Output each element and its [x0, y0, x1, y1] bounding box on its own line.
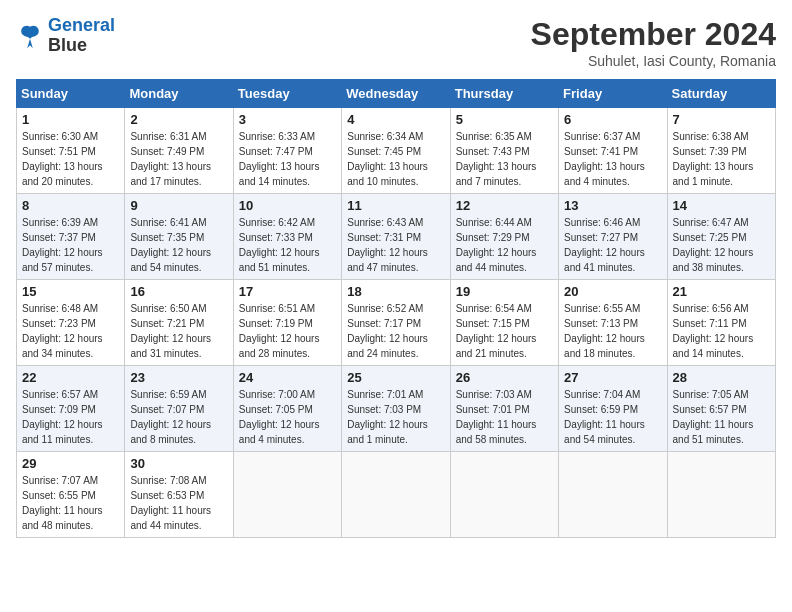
day-number: 13	[564, 198, 661, 213]
day-number: 7	[673, 112, 770, 127]
calendar-cell: 26Sunrise: 7:03 AMSunset: 7:01 PMDayligh…	[450, 366, 558, 452]
day-number: 4	[347, 112, 444, 127]
day-number: 21	[673, 284, 770, 299]
day-number: 27	[564, 370, 661, 385]
cell-content: Sunrise: 6:46 AMSunset: 7:27 PMDaylight:…	[564, 215, 661, 275]
cell-content: Sunrise: 6:38 AMSunset: 7:39 PMDaylight:…	[673, 129, 770, 189]
cell-content: Sunrise: 6:47 AMSunset: 7:25 PMDaylight:…	[673, 215, 770, 275]
calendar-cell	[450, 452, 558, 538]
cell-content: Sunrise: 6:41 AMSunset: 7:35 PMDaylight:…	[130, 215, 227, 275]
cell-content: Sunrise: 7:00 AMSunset: 7:05 PMDaylight:…	[239, 387, 336, 447]
cell-content: Sunrise: 6:43 AMSunset: 7:31 PMDaylight:…	[347, 215, 444, 275]
cell-content: Sunrise: 6:54 AMSunset: 7:15 PMDaylight:…	[456, 301, 553, 361]
cell-content: Sunrise: 6:39 AMSunset: 7:37 PMDaylight:…	[22, 215, 119, 275]
day-number: 29	[22, 456, 119, 471]
calendar-cell: 20Sunrise: 6:55 AMSunset: 7:13 PMDayligh…	[559, 280, 667, 366]
page-header: GeneralBlue September 2024 Suhulet, Iasi…	[16, 16, 776, 69]
day-number: 19	[456, 284, 553, 299]
day-number: 23	[130, 370, 227, 385]
col-header-tuesday: Tuesday	[233, 80, 341, 108]
day-number: 6	[564, 112, 661, 127]
calendar-cell: 1Sunrise: 6:30 AMSunset: 7:51 PMDaylight…	[17, 108, 125, 194]
day-number: 2	[130, 112, 227, 127]
week-row-4: 22Sunrise: 6:57 AMSunset: 7:09 PMDayligh…	[17, 366, 776, 452]
cell-content: Sunrise: 6:33 AMSunset: 7:47 PMDaylight:…	[239, 129, 336, 189]
cell-content: Sunrise: 6:57 AMSunset: 7:09 PMDaylight:…	[22, 387, 119, 447]
cell-content: Sunrise: 7:08 AMSunset: 6:53 PMDaylight:…	[130, 473, 227, 533]
calendar-cell: 17Sunrise: 6:51 AMSunset: 7:19 PMDayligh…	[233, 280, 341, 366]
col-header-thursday: Thursday	[450, 80, 558, 108]
calendar-cell: 3Sunrise: 6:33 AMSunset: 7:47 PMDaylight…	[233, 108, 341, 194]
logo: GeneralBlue	[16, 16, 115, 56]
cell-content: Sunrise: 6:42 AMSunset: 7:33 PMDaylight:…	[239, 215, 336, 275]
calendar-cell: 6Sunrise: 6:37 AMSunset: 7:41 PMDaylight…	[559, 108, 667, 194]
day-number: 20	[564, 284, 661, 299]
calendar-cell: 23Sunrise: 6:59 AMSunset: 7:07 PMDayligh…	[125, 366, 233, 452]
cell-content: Sunrise: 6:30 AMSunset: 7:51 PMDaylight:…	[22, 129, 119, 189]
calendar-cell: 9Sunrise: 6:41 AMSunset: 7:35 PMDaylight…	[125, 194, 233, 280]
calendar-cell: 24Sunrise: 7:00 AMSunset: 7:05 PMDayligh…	[233, 366, 341, 452]
day-number: 24	[239, 370, 336, 385]
cell-content: Sunrise: 6:37 AMSunset: 7:41 PMDaylight:…	[564, 129, 661, 189]
day-number: 15	[22, 284, 119, 299]
logo-icon	[16, 22, 44, 50]
col-header-wednesday: Wednesday	[342, 80, 450, 108]
header-row: SundayMondayTuesdayWednesdayThursdayFrid…	[17, 80, 776, 108]
calendar-cell	[559, 452, 667, 538]
cell-content: Sunrise: 7:01 AMSunset: 7:03 PMDaylight:…	[347, 387, 444, 447]
day-number: 3	[239, 112, 336, 127]
day-number: 10	[239, 198, 336, 213]
day-number: 8	[22, 198, 119, 213]
cell-content: Sunrise: 7:04 AMSunset: 6:59 PMDaylight:…	[564, 387, 661, 447]
day-number: 16	[130, 284, 227, 299]
calendar-cell	[667, 452, 775, 538]
calendar-cell: 25Sunrise: 7:01 AMSunset: 7:03 PMDayligh…	[342, 366, 450, 452]
calendar-cell: 19Sunrise: 6:54 AMSunset: 7:15 PMDayligh…	[450, 280, 558, 366]
logo-text: GeneralBlue	[48, 16, 115, 56]
day-number: 26	[456, 370, 553, 385]
calendar-cell: 30Sunrise: 7:08 AMSunset: 6:53 PMDayligh…	[125, 452, 233, 538]
week-row-2: 8Sunrise: 6:39 AMSunset: 7:37 PMDaylight…	[17, 194, 776, 280]
day-number: 5	[456, 112, 553, 127]
calendar-cell: 4Sunrise: 6:34 AMSunset: 7:45 PMDaylight…	[342, 108, 450, 194]
calendar-cell: 15Sunrise: 6:48 AMSunset: 7:23 PMDayligh…	[17, 280, 125, 366]
month-title: September 2024	[531, 16, 776, 53]
week-row-3: 15Sunrise: 6:48 AMSunset: 7:23 PMDayligh…	[17, 280, 776, 366]
calendar-cell: 16Sunrise: 6:50 AMSunset: 7:21 PMDayligh…	[125, 280, 233, 366]
cell-content: Sunrise: 6:50 AMSunset: 7:21 PMDaylight:…	[130, 301, 227, 361]
calendar-cell: 7Sunrise: 6:38 AMSunset: 7:39 PMDaylight…	[667, 108, 775, 194]
calendar-cell: 28Sunrise: 7:05 AMSunset: 6:57 PMDayligh…	[667, 366, 775, 452]
calendar-cell: 27Sunrise: 7:04 AMSunset: 6:59 PMDayligh…	[559, 366, 667, 452]
day-number: 12	[456, 198, 553, 213]
calendar-cell: 12Sunrise: 6:44 AMSunset: 7:29 PMDayligh…	[450, 194, 558, 280]
week-row-1: 1Sunrise: 6:30 AMSunset: 7:51 PMDaylight…	[17, 108, 776, 194]
calendar-cell: 2Sunrise: 6:31 AMSunset: 7:49 PMDaylight…	[125, 108, 233, 194]
day-number: 17	[239, 284, 336, 299]
calendar-cell	[342, 452, 450, 538]
calendar-cell: 14Sunrise: 6:47 AMSunset: 7:25 PMDayligh…	[667, 194, 775, 280]
cell-content: Sunrise: 6:55 AMSunset: 7:13 PMDaylight:…	[564, 301, 661, 361]
day-number: 22	[22, 370, 119, 385]
cell-content: Sunrise: 6:56 AMSunset: 7:11 PMDaylight:…	[673, 301, 770, 361]
calendar-cell: 5Sunrise: 6:35 AMSunset: 7:43 PMDaylight…	[450, 108, 558, 194]
cell-content: Sunrise: 6:48 AMSunset: 7:23 PMDaylight:…	[22, 301, 119, 361]
col-header-friday: Friday	[559, 80, 667, 108]
day-number: 28	[673, 370, 770, 385]
col-header-sunday: Sunday	[17, 80, 125, 108]
cell-content: Sunrise: 6:31 AMSunset: 7:49 PMDaylight:…	[130, 129, 227, 189]
day-number: 11	[347, 198, 444, 213]
calendar-table: SundayMondayTuesdayWednesdayThursdayFrid…	[16, 79, 776, 538]
calendar-cell: 22Sunrise: 6:57 AMSunset: 7:09 PMDayligh…	[17, 366, 125, 452]
col-header-saturday: Saturday	[667, 80, 775, 108]
calendar-cell	[233, 452, 341, 538]
day-number: 14	[673, 198, 770, 213]
col-header-monday: Monday	[125, 80, 233, 108]
calendar-cell: 18Sunrise: 6:52 AMSunset: 7:17 PMDayligh…	[342, 280, 450, 366]
cell-content: Sunrise: 6:44 AMSunset: 7:29 PMDaylight:…	[456, 215, 553, 275]
day-number: 1	[22, 112, 119, 127]
cell-content: Sunrise: 7:03 AMSunset: 7:01 PMDaylight:…	[456, 387, 553, 447]
day-number: 18	[347, 284, 444, 299]
cell-content: Sunrise: 6:35 AMSunset: 7:43 PMDaylight:…	[456, 129, 553, 189]
cell-content: Sunrise: 6:34 AMSunset: 7:45 PMDaylight:…	[347, 129, 444, 189]
cell-content: Sunrise: 6:59 AMSunset: 7:07 PMDaylight:…	[130, 387, 227, 447]
